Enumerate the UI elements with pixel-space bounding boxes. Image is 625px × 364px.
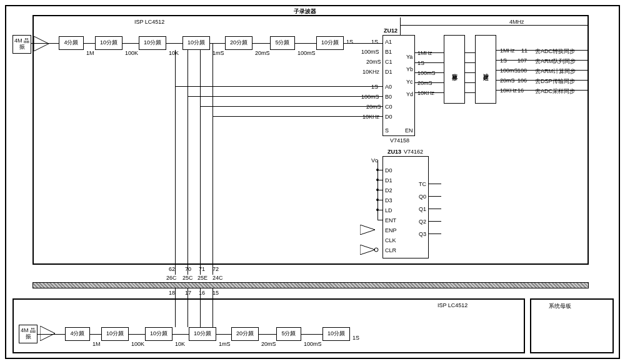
bfreq-3: 1mS xyxy=(219,341,231,347)
mux-s: S xyxy=(385,127,389,134)
mother-label: 系统母板 xyxy=(549,302,571,310)
mux-yd: Yd xyxy=(406,91,413,97)
yv-1mhz: 1MHz xyxy=(418,50,432,56)
div-6: 10分频 xyxy=(316,36,344,50)
mux-yc: Yc xyxy=(406,79,413,85)
mux-en: EN xyxy=(405,127,413,134)
div-5: 5分频 xyxy=(270,36,295,50)
freq-0: 1M xyxy=(86,50,94,56)
svg-marker-0 xyxy=(34,36,49,51)
freq-1: 100K xyxy=(125,50,138,56)
freq-5: 100mS xyxy=(298,50,316,56)
zu13-clr: CLR xyxy=(385,247,396,253)
out2-dest: 去ARM计算同步 xyxy=(535,67,576,76)
zu13-d2: D2 xyxy=(385,187,392,194)
yv-100ms: 100mS xyxy=(418,70,436,76)
bdiv-2: 10分频 xyxy=(145,327,172,341)
div-3: 10分频 xyxy=(182,36,210,50)
out1-sig: 1S xyxy=(500,57,507,64)
mux-part: V74158 xyxy=(390,137,409,144)
bus-top-3: 72 xyxy=(212,266,219,272)
bus-bot-3: 15 xyxy=(212,290,219,296)
zu12-label: ZU12 xyxy=(384,27,398,34)
bfreq-5: 100mS xyxy=(304,341,322,347)
freq-6: 1S xyxy=(346,39,353,45)
out3-sig: 20mS xyxy=(500,77,515,84)
bfreq-4: 20mS xyxy=(261,341,276,347)
mux-yb: Yb xyxy=(406,66,413,72)
sig-c0: 20mS xyxy=(366,104,381,110)
out2-pin: 108 xyxy=(518,67,527,74)
div-1: 10分频 xyxy=(95,36,122,50)
div-2: 10分频 xyxy=(139,36,166,50)
yv-20ms: 20mS xyxy=(418,80,432,86)
out4-sig: 10KHz xyxy=(500,87,517,94)
zu13-label: ZU13 xyxy=(388,149,401,155)
sig-c1: 20mS xyxy=(366,59,381,65)
bfreq-1: 100K xyxy=(131,341,144,347)
mux-c1: C1 xyxy=(385,59,392,65)
zu13-q1: Q1 xyxy=(419,206,426,212)
mux-b0: B0 xyxy=(385,94,392,100)
freq-4: 20mS xyxy=(255,50,270,56)
isp-top-label: ISP LC4512 xyxy=(134,19,164,25)
zu13-vc: Vc xyxy=(371,157,378,164)
mux-a0: A0 xyxy=(385,84,392,90)
bdiv-1: 10分频 xyxy=(101,327,129,341)
bdiv-6: 10分频 xyxy=(322,327,350,341)
sig-a0: 1S xyxy=(371,84,378,90)
bfreq-0: 1M xyxy=(92,341,101,347)
pulse-shape: 脉宽 整形 xyxy=(444,35,465,104)
sig-d1: 10KHz xyxy=(362,69,379,75)
bfreq-2: 10K xyxy=(175,341,185,347)
title-top: 子录波器 xyxy=(294,7,316,16)
yv-1s: 1S xyxy=(418,60,424,66)
crystal-block-2: 4M 晶振 xyxy=(19,325,38,343)
bfreq-6: 1S xyxy=(352,335,359,341)
crystal-block: 4M 晶振 xyxy=(12,35,31,54)
zu13-ent: ENT xyxy=(385,217,396,224)
bus-mid-1: 25C xyxy=(182,275,193,281)
zu13-q2: Q2 xyxy=(419,219,426,225)
out4-dest: 去ADC采样同步 xyxy=(535,87,575,96)
mux-c0: C0 xyxy=(385,104,392,110)
mux-ya: Ya xyxy=(406,54,412,60)
bus-mid-0: 26C xyxy=(166,275,177,281)
isp-bot-label: ISP LC4512 xyxy=(438,302,468,308)
bus-top-2: 71 xyxy=(199,266,205,272)
out0-dest: 去ADC转换同步 xyxy=(535,47,575,56)
zu13-q0: Q0 xyxy=(419,194,426,200)
zu13-tc: TC xyxy=(419,181,426,187)
out1-pin: 107 xyxy=(518,57,527,64)
bdiv-4: 20分频 xyxy=(231,327,259,341)
bus-mid-2: 25E xyxy=(198,275,208,281)
sig-b0: 100mS xyxy=(361,94,379,100)
bus-bot-0: 18 xyxy=(169,290,175,296)
svg-marker-2 xyxy=(360,245,375,255)
out0-sig: 1MHz xyxy=(500,47,515,54)
out0-pin: 11 xyxy=(521,47,528,54)
svg-marker-4 xyxy=(40,326,55,341)
sig-b1: 100mS xyxy=(361,49,379,55)
zu13-d1: D1 xyxy=(385,177,392,184)
svg-marker-1 xyxy=(360,225,375,235)
bus-top-1: 70 xyxy=(185,266,191,272)
freq-4mhz: 4MHz xyxy=(509,19,524,25)
out2-sig: 100mS xyxy=(500,67,518,74)
zu13-enp: ENP xyxy=(385,227,397,234)
zu13-d0: D0 xyxy=(385,167,392,174)
div-4: 20分频 xyxy=(225,36,252,50)
pulse-delay: 脉冲 延迟 xyxy=(475,35,496,104)
out4-pin: 16 xyxy=(518,87,524,94)
out1-dest: 去ARM队列同步 xyxy=(535,57,576,66)
freq-2: 10K xyxy=(169,50,179,56)
bdiv-0: 4分频 xyxy=(65,327,90,341)
freq-3: 1mS xyxy=(212,50,224,56)
bus-bar xyxy=(32,282,589,288)
zu13-ld: LD xyxy=(385,207,392,214)
mux-d1: D1 xyxy=(385,69,392,75)
sig-a1: 1S xyxy=(371,39,378,45)
zu13-part: V74162 xyxy=(404,149,423,155)
bdiv-3: 10分频 xyxy=(189,327,216,341)
bus-bot-1: 17 xyxy=(185,290,191,296)
